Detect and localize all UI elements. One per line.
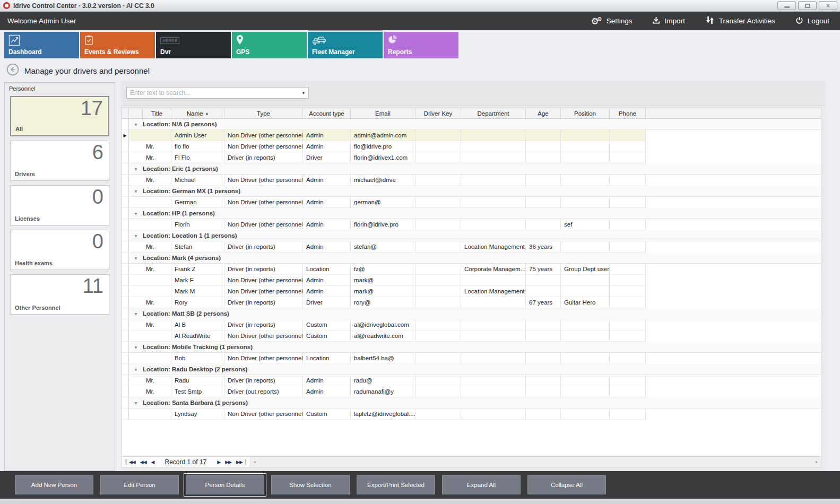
logout-action[interactable]: Logout (795, 16, 829, 26)
table-row[interactable]: Mark MNon Driver (other personnel)Adminm… (122, 286, 821, 297)
table-row[interactable]: Mr.Frank ZDriver (in reports)Locationfz@… (122, 264, 821, 275)
nav-tile-fleet-manager[interactable]: Fleet Manager (308, 32, 383, 58)
table-row[interactable]: LyndsayNon Driver (other personnel)Custo… (122, 409, 821, 420)
collapse-icon[interactable]: ▾ (129, 166, 143, 172)
personnel-card-health-exams[interactable]: 0Health exams (10, 230, 109, 270)
personnel-card-licenses[interactable]: 0Licenses (10, 185, 109, 225)
chevron-down-icon[interactable]: ▼ (299, 91, 308, 95)
nav-first-icon[interactable]: ▏◀◀ (126, 459, 135, 465)
merge-icon: MERGE (160, 34, 179, 44)
group-label: Location: Matt SB (2 persons) (143, 310, 229, 317)
column-header-phone[interactable]: Phone (610, 108, 646, 118)
close-button[interactable]: × (819, 1, 837, 10)
cell-name: Michael (171, 175, 224, 186)
cell-email: german@ (351, 197, 415, 208)
horizontal-scrollbar[interactable]: ◂ ▸ (250, 457, 821, 467)
add-new-person-button[interactable]: Add New Person (15, 475, 93, 494)
column-header-department[interactable]: Department (461, 108, 526, 118)
column-header-account-type[interactable]: Account type (303, 108, 351, 118)
table-row[interactable]: Mark FNon Driver (other personnel)Adminm… (122, 275, 821, 286)
collapse-icon[interactable]: ▾ (129, 211, 143, 216)
group-row[interactable]: ▾Location: Location 1 (1 persons) (122, 230, 821, 241)
column-header-title[interactable]: Title (143, 108, 171, 118)
expand-all-button[interactable]: Expand All (442, 475, 521, 494)
column-header-position[interactable]: Position (561, 108, 610, 118)
group-row[interactable]: ▾Location: HP (1 persons) (122, 208, 821, 219)
nav-last-icon[interactable]: ▶▶▕ (236, 459, 246, 465)
show-selection-button[interactable]: Show Selection (271, 475, 350, 494)
collapse-icon[interactable]: ▾ (129, 188, 143, 194)
collapse-icon[interactable]: ▾ (129, 311, 143, 317)
group-row[interactable]: ▾Location: Mobile Tracking (1 persons) (122, 342, 821, 353)
transfer-activities-action[interactable]: Transfer Activities (705, 16, 775, 26)
personnel-card-drivers[interactable]: 6Drivers (10, 141, 109, 181)
action-label: Logout (808, 17, 829, 25)
edit-person-button[interactable]: Edit Person (100, 475, 179, 494)
cell-phone (610, 375, 646, 386)
collapse-icon[interactable]: ▾ (129, 233, 143, 239)
table-row[interactable]: BobNon Driver (other personnel)Locationb… (122, 353, 821, 364)
nav-tile-events-reviews[interactable]: Events & Reviews (80, 32, 155, 58)
search-input[interactable] (127, 89, 299, 97)
cell-department (461, 175, 526, 186)
table-row[interactable]: Mr.flo floNon Driver (other personnel)Ad… (122, 141, 821, 152)
settings-action[interactable]: ⚙⚙Settings (591, 16, 633, 26)
person-details-button[interactable]: Person Details (186, 475, 264, 494)
column-header-name[interactable]: Name▲ (171, 108, 224, 118)
collapse-all-button[interactable]: Collapse All (527, 475, 606, 494)
group-row[interactable]: ▾Location: German MX (1 persons) (122, 186, 821, 197)
maximize-button[interactable] (798, 1, 817, 10)
table-row[interactable]: Mr.StefanDriver (in reports)Adminstefan@… (122, 241, 821, 253)
table-row[interactable]: Mr.Al BDriver (in reports)Customal@idriv… (122, 319, 821, 331)
export-print-selected-button[interactable]: Export/Print Selected (357, 475, 435, 494)
table-row[interactable]: FlorinNon Driver (other personnel)Adminf… (122, 219, 821, 230)
nav-tile-reports[interactable]: Reports (384, 32, 458, 58)
collapse-icon[interactable]: ▾ (129, 344, 143, 350)
collapse-icon[interactable]: ▾ (129, 367, 143, 372)
back-button[interactable] (6, 63, 19, 78)
cell-position: sef (561, 219, 610, 230)
scroll-right-icon[interactable]: ▸ (812, 457, 821, 467)
cell-title (143, 331, 171, 342)
personnel-card-all[interactable]: 17All (10, 96, 109, 136)
table-row[interactable]: Mr.MichaelNon Driver (other personnel)Ad… (122, 175, 821, 186)
table-row[interactable]: Mr.RoryDriver (in reports)Driverrory@67 … (122, 297, 821, 308)
group-row[interactable]: ▾Location: Matt SB (2 persons) (122, 308, 821, 319)
column-header-type[interactable]: Type (224, 108, 303, 118)
row-indicator-cell (122, 275, 129, 286)
group-row[interactable]: ▾Location: Mark (4 persons) (122, 253, 821, 264)
nav-tile-dvr[interactable]: MERGEDvr (156, 32, 231, 58)
nav-tile-gps[interactable]: GPS (232, 32, 307, 58)
nav-next-page-icon[interactable]: ▶▶ (225, 459, 231, 465)
group-row[interactable]: ▾Location: Eric (1 persons) (122, 163, 821, 175)
action-label: Transfer Activities (719, 17, 775, 25)
footer-button-bar: Add New PersonEdit PersonPerson DetailsS… (0, 471, 840, 499)
table-row[interactable]: ▶Admin UserNon Driver (other personnel)A… (122, 130, 821, 141)
column-header-email[interactable]: Email (351, 108, 415, 118)
collapse-icon[interactable]: ▾ (129, 255, 143, 261)
nav-prev-page-icon[interactable]: ◀◀ (140, 459, 146, 465)
nav-prev-icon[interactable]: ◀ (151, 459, 154, 465)
cell-phone (610, 386, 646, 397)
collapse-icon[interactable]: ▾ (129, 121, 143, 127)
table-row[interactable]: GermanNon Driver (other personnel)Adming… (122, 197, 821, 208)
group-row[interactable]: ▾Location: Santa Barbara (1 persons) (122, 397, 821, 409)
column-header-age[interactable]: Age (526, 108, 561, 118)
table-row[interactable]: Mr.RaduDriver (in reports)Adminradu@ (122, 375, 821, 386)
table-row[interactable]: Mr.Test SmtpDriver (out reports)Adminrad… (122, 386, 821, 397)
scroll-left-icon[interactable]: ◂ (250, 457, 259, 467)
grid-body: ▾Location: N/A (3 persons)▶Admin UserNon… (122, 119, 821, 456)
cell-account-type: Driver (303, 297, 351, 308)
nav-next-icon[interactable]: ▶ (217, 459, 220, 465)
group-row[interactable]: ▾Location: N/A (3 persons) (122, 119, 821, 130)
minimize-button[interactable] (777, 1, 796, 10)
import-action[interactable]: Import (652, 16, 685, 26)
collapse-icon[interactable]: ▾ (129, 400, 143, 406)
column-header-label: Title (151, 110, 162, 117)
table-row[interactable]: Al ReadWriteNon Driver (other personnel)… (122, 331, 821, 342)
group-row[interactable]: ▾Location: Radu Desktop (2 persons) (122, 364, 821, 375)
personnel-card-other-personnel[interactable]: 11Other Personnel (10, 274, 109, 315)
column-header-driver-key[interactable]: Driver Key (415, 108, 461, 118)
nav-tile-dashboard[interactable]: Dashboard (4, 32, 79, 58)
table-row[interactable]: Mr.Fl FloDriver (in reports)Driverflorin… (122, 152, 821, 163)
